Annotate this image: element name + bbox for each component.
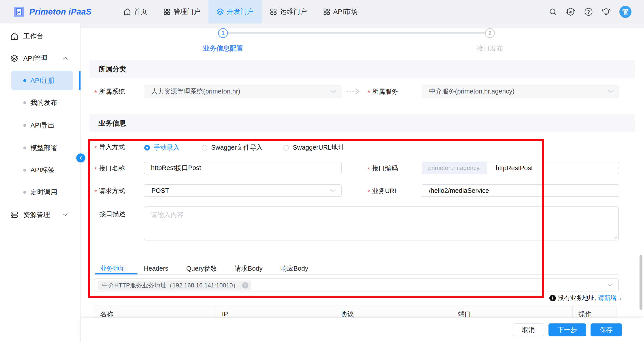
description-label: 接口描述 [100,210,126,218]
tab-business-address[interactable]: 业务地址 [95,264,131,273]
sidebar-subitem-label: API导出 [30,121,54,130]
ai-label: AI [569,10,572,14]
tab-query-params[interactable]: Query参数 [182,264,222,273]
radio-swagger-url[interactable]: SwaggerURL地址 [284,143,344,152]
avatar[interactable]: 管 [620,6,632,18]
radio-swagger-file[interactable]: Swagger文件导入 [202,143,262,152]
required-mark: * [94,144,97,152]
sidebar: 工作台 API管理 API注册 我的发布 API导出 模型部署 API标签 定时… [0,24,80,342]
step-1-label: 业务信息配置 [192,44,254,53]
navbar-tools: AI ? 管 [549,6,644,18]
detail-tabs: 业务地址 Headers Query参数 请求Body 响应Body [95,264,321,273]
radio-manual-entry[interactable]: 手动录入 [144,143,180,152]
add-address-link[interactable]: 请新增→ [598,294,622,302]
api-name-input[interactable]: httpRest接口Post [144,162,342,174]
nav-item-label: 首页 [134,7,147,16]
nav-item-ops-portal[interactable]: 运维门户 [262,0,315,24]
sidebar-item-api-tags[interactable]: API标签 [0,164,80,176]
home-icon [124,8,131,16]
tab-response-body[interactable]: 响应Body [276,264,313,273]
close-icon[interactable]: × [242,282,248,288]
system-select[interactable]: 人力资源管理系统(primeton.hr) [144,85,342,98]
business-section-header: 业务信息 [90,114,635,132]
sidebar-item-scheduled-call[interactable]: 定时调用 [0,186,80,198]
step-2-label: 接口发布 [459,44,521,53]
next-step-button[interactable]: 下一步 [548,324,586,336]
field-label-text: 所属服务 [372,87,398,96]
request-method-select[interactable]: POST [144,184,342,197]
bullet-dot-icon [23,146,26,150]
address-tag: 中介HTTP服务业务地址（192.168.16.141:10010） × [98,280,251,290]
nav-item-admin-portal[interactable]: 管理门户 [155,0,208,24]
chevron-down-icon [62,213,68,216]
select-value: POST [152,187,169,194]
service-field-label: * 所属服务 [368,88,398,96]
field-label-text: 业务URI [372,186,396,196]
sidebar-item-api-export[interactable]: API导出 [0,119,80,132]
nav-item-label: 管理门户 [174,7,200,16]
input-value: httpRest接口Post [151,164,201,172]
nav-item-dev-portal[interactable]: 开发门户 [208,0,262,24]
vertical-scrollbar[interactable] [640,255,642,310]
tab-headers[interactable]: Headers [139,264,173,273]
tab-request-body[interactable]: 请求Body [230,264,268,273]
uri-label: * 业务URI [368,187,396,195]
nav-item-home[interactable]: 首页 [116,0,155,24]
import-method-label: * 导入方式 [94,144,125,151]
radio-label: Swagger文件导入 [211,143,262,152]
cancel-button[interactable]: 取消 [513,324,544,336]
required-mark: * [94,188,97,196]
field-label-text: 请求方式 [99,186,125,196]
search-icon[interactable] [549,8,557,16]
grid-icon [323,8,330,16]
required-mark: * [94,89,97,96]
resize-handle-icon[interactable] [613,235,617,239]
nav-item-label: 开发门户 [227,7,254,16]
field-label-text: 导入方式 [99,143,125,152]
grid-icon [270,8,277,16]
stepper-connector [228,32,486,34]
nav-item-label: 运维门户 [280,7,307,16]
dashed-arrow-icon [346,87,362,95]
sidebar-collapse-button[interactable] [76,154,85,162]
radio-icon [284,145,289,150]
api-code-input-group[interactable]: primeton.hr.agency. httpRestPost [422,162,619,174]
layers-icon [10,54,18,62]
bullet-dot-icon [23,169,26,172]
sidebar-item-my-publish[interactable]: 我的发布 [0,96,80,109]
required-mark: * [368,188,370,196]
required-mark: * [368,166,370,173]
service-select[interactable]: 中介服务(primeton.hr.agency) [422,85,620,98]
system-field-label: * 所属系统 [94,88,125,96]
api-code-input[interactable]: httpRestPost [487,162,619,174]
home-icon [10,32,18,40]
sidebar-item-workbench[interactable]: 工作台 [0,30,80,42]
sidebar-active-indicator [79,71,80,90]
api-code-prefix: primeton.hr.agency. [422,162,487,174]
sidebar-item-resource-management[interactable]: 资源管理 [0,208,80,221]
field-label-text: 所属系统 [99,87,125,96]
chevron-down-icon [330,90,336,93]
bullet-dot-icon [23,79,26,82]
bullet-dot-icon [23,191,26,194]
bullet-dot-icon [23,124,26,127]
help-icon[interactable]: ? [584,8,593,16]
select-value: 中介服务(primeton.hr.agency) [429,87,514,96]
radio-icon [144,145,150,150]
radio-label: 手动录入 [154,143,180,152]
nav-item-api-market[interactable]: API市场 [315,0,366,24]
notification-bell-icon[interactable] [602,8,611,16]
description-textarea[interactable]: 请输入内容 [144,206,619,240]
sidebar-subitem-label: 定时调用 [30,188,57,197]
sidebar-item-model-deploy[interactable]: 模型部署 [0,142,80,154]
sidebar-item-api-management[interactable]: API管理 [0,52,80,65]
notice-text: 没有业务地址, [558,294,596,302]
ai-assistant-icon[interactable]: AI [566,8,576,16]
brand[interactable]: P Primeton iPaaS [0,6,116,18]
business-address-select[interactable]: 中介HTTP服务业务地址（192.168.16.141:10010） × [94,278,619,292]
sidebar-item-label: 工作台 [23,32,44,41]
save-button[interactable]: 保存 [590,324,622,336]
sidebar-item-api-register[interactable]: API注册 [0,74,80,87]
bullet-dot-icon [23,101,26,104]
uri-input[interactable]: /hello2/mediaService [422,184,619,197]
